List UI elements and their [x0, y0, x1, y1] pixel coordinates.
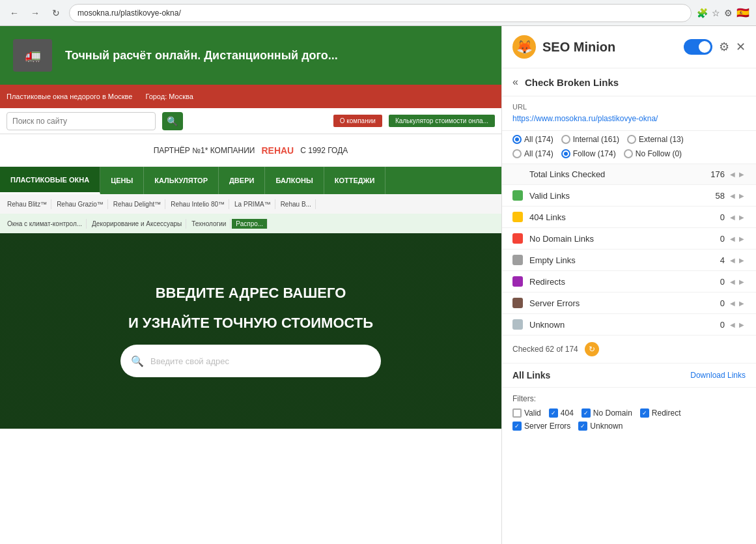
radio-follow[interactable]: Follow (174): [561, 149, 616, 158]
redirects-arrows[interactable]: ◀ ▶: [729, 278, 746, 286]
submenu-la-prima[interactable]: La PRIMA™: [231, 199, 275, 209]
checkbox-404[interactable]: ✓: [549, 408, 558, 418]
filter-404-label: 404: [561, 408, 574, 418]
back-button[interactable]: ←: [7, 5, 22, 21]
filter-nodomain[interactable]: ✓ No Domain: [581, 408, 632, 418]
filter-unknown[interactable]: ✓ Unknown: [578, 422, 623, 431]
unknown-next[interactable]: ▶: [738, 321, 746, 329]
valid-arrows[interactable]: ◀ ▶: [729, 192, 746, 200]
menu-item-cottages[interactable]: КОТТЕДЖИ: [324, 167, 386, 194]
checkbox-server-errors[interactable]: ✓: [512, 422, 522, 431]
radio-external[interactable]: External (13): [627, 135, 684, 144]
radio-all-174-1[interactable]: All (174): [512, 135, 553, 144]
valid-next[interactable]: ▶: [738, 192, 746, 200]
toggle-switch[interactable]: [684, 39, 712, 55]
bookmark-icon[interactable]: ☆: [712, 8, 720, 18]
filter-404[interactable]: ✓ 404: [549, 408, 574, 418]
server-arrows[interactable]: ◀ ▶: [729, 299, 746, 308]
checkbox-unknown[interactable]: ✓: [578, 422, 587, 431]
seo-panel: 🦊 SEO Minion ⚙ ✕ « Check Broken Links UR…: [501, 26, 756, 544]
404-prev[interactable]: ◀: [729, 213, 736, 222]
empty-prev[interactable]: ◀: [729, 256, 736, 265]
checkbox-valid[interactable]: [512, 408, 522, 418]
calculator-button[interactable]: Калькулятор стоимости онла...: [389, 115, 495, 127]
nodomain-links-row: No Domain Links 0 ◀ ▶: [502, 228, 756, 250]
filter-valid[interactable]: Valid: [512, 408, 541, 418]
unknown-prev[interactable]: ◀: [729, 321, 736, 329]
nodomain-arrows[interactable]: ◀ ▶: [729, 235, 746, 243]
filter-redirect-label: Redirect: [652, 408, 681, 418]
submenu-rehau-delight[interactable]: Rehau Delight™: [109, 199, 165, 209]
menu-item-prices[interactable]: ЦЕНЫ: [100, 167, 144, 194]
site-search-bar: 🔍 О компании Калькулятор стоимости онла.…: [0, 108, 501, 134]
menu-item-doors[interactable]: ДВЕРИ: [219, 167, 265, 194]
url-link[interactable]: https://www.mosokna.ru/plastikovye-okna/: [512, 114, 658, 123]
prev-arrow[interactable]: ◀: [729, 170, 736, 179]
server-next[interactable]: ▶: [738, 299, 746, 308]
empty-arrows[interactable]: ◀ ▶: [729, 256, 746, 265]
about-company-button[interactable]: О компании: [333, 115, 382, 127]
total-links-arrows[interactable]: ◀ ▶: [729, 170, 746, 179]
unknown-arrows[interactable]: ◀ ▶: [729, 321, 746, 329]
forward-button[interactable]: →: [27, 5, 43, 21]
valid-prev[interactable]: ◀: [729, 192, 736, 200]
redirects-next[interactable]: ▶: [738, 278, 746, 286]
submenu-rehau-grazio[interactable]: Rehau Grazio™: [53, 199, 108, 209]
truck-icon: 🚛: [13, 39, 52, 72]
radio-dot-nofollow: [624, 149, 633, 158]
checkbox-nodomain[interactable]: ✓: [581, 408, 591, 418]
radio-nofollow[interactable]: No Follow (0): [624, 149, 682, 158]
checked-progress-bar: Checked 62 of 174 ↻: [502, 336, 756, 364]
menu-item-balconies[interactable]: БАЛКОНЫ: [265, 167, 324, 194]
next-arrow[interactable]: ▶: [738, 170, 746, 179]
filter-radio-row-2: All (174) Follow (174) No Follow (0): [502, 148, 756, 164]
menu-item-windows[interactable]: ПЛАСТИКОВЫЕ ОКНА: [0, 167, 100, 194]
all-links-header: All Links Download Links: [502, 364, 756, 388]
nodomain-next[interactable]: ▶: [738, 235, 746, 243]
submenu-sale[interactable]: Распро...: [232, 219, 268, 229]
empty-links-value: 4: [720, 255, 725, 265]
filters-row-1: Valid ✓ 404 ✓ No Domain ✓ Redirect: [512, 408, 746, 418]
filter-server-errors[interactable]: ✓ Server Errors: [512, 422, 570, 431]
server-errors-row: Server Errors 0 ◀ ▶: [502, 293, 756, 314]
server-prev[interactable]: ◀: [729, 299, 736, 308]
site-submenu-bar-2: Окна с климат-контрол... Декорирование и…: [0, 214, 501, 233]
close-icon[interactable]: ✕: [736, 40, 746, 54]
menu-item-calculator[interactable]: КАЛЬКУЛЯТОР: [144, 167, 219, 194]
refresh-icon[interactable]: ↻: [585, 342, 599, 356]
filter-server-errors-label: Server Errors: [524, 422, 570, 431]
submenu-rehau-intelio[interactable]: Rehau Intelio 80™: [167, 199, 229, 209]
site-search-input[interactable]: [7, 112, 156, 130]
submenu-decor[interactable]: Декорирование и Аксессуары: [88, 219, 186, 229]
settings-icon[interactable]: ⚙: [719, 40, 729, 54]
server-errors-label: Server Errors: [529, 298, 720, 308]
nav-breadcrumb: Пластиковые окна недорого в Москве: [7, 93, 132, 100]
submenu-rehau-b[interactable]: Rehau B...: [277, 199, 316, 209]
404-next[interactable]: ▶: [738, 213, 746, 222]
empty-next[interactable]: ▶: [738, 256, 746, 265]
site-hero: ВВЕДИТЕ АДРЕС ВАШЕГО И УЗНАЙТЕ ТОЧНУЮ СТ…: [0, 233, 501, 429]
reload-button[interactable]: ↻: [48, 5, 64, 21]
submenu-tech[interactable]: Технологии: [188, 219, 231, 229]
submenu-klim[interactable]: Окна с климат-контрол...: [3, 219, 87, 229]
site-address-search-box[interactable]: 🔍 Введите свой адрес: [120, 345, 381, 377]
filter-redirect[interactable]: ✓ Redirect: [640, 408, 681, 418]
download-links-button[interactable]: Download Links: [690, 371, 746, 380]
redirects-prev[interactable]: ◀: [729, 278, 736, 286]
address-bar[interactable]: mosokna.ru/plastikovye-okna/: [69, 4, 692, 22]
submenu-rehau-blitz[interactable]: Rehau Blitz™: [3, 199, 51, 209]
site-search-button[interactable]: 🔍: [162, 112, 183, 130]
filters-label: Filters:: [512, 394, 746, 403]
nodomain-prev[interactable]: ◀: [729, 235, 736, 243]
puzzle-icon[interactable]: ⚙: [724, 8, 733, 18]
404-arrows[interactable]: ◀ ▶: [729, 213, 746, 222]
empty-links-row: Empty Links 4 ◀ ▶: [502, 250, 756, 271]
back-arrow-icon[interactable]: «: [512, 76, 518, 88]
site-top-bar: 🚛 Точный расчёт онлайн. Дистанционный до…: [0, 26, 501, 85]
redirects-row: Redirects 0 ◀ ▶: [502, 271, 756, 293]
website-background: 🚛 Точный расчёт онлайн. Дистанционный до…: [0, 26, 501, 544]
radio-all-174-2[interactable]: All (174): [512, 149, 553, 158]
site-headline: Точный расчёт онлайн. Дистанционный дого…: [65, 49, 338, 63]
radio-internal[interactable]: Internal (161): [561, 135, 619, 144]
checkbox-redirect[interactable]: ✓: [640, 408, 649, 418]
